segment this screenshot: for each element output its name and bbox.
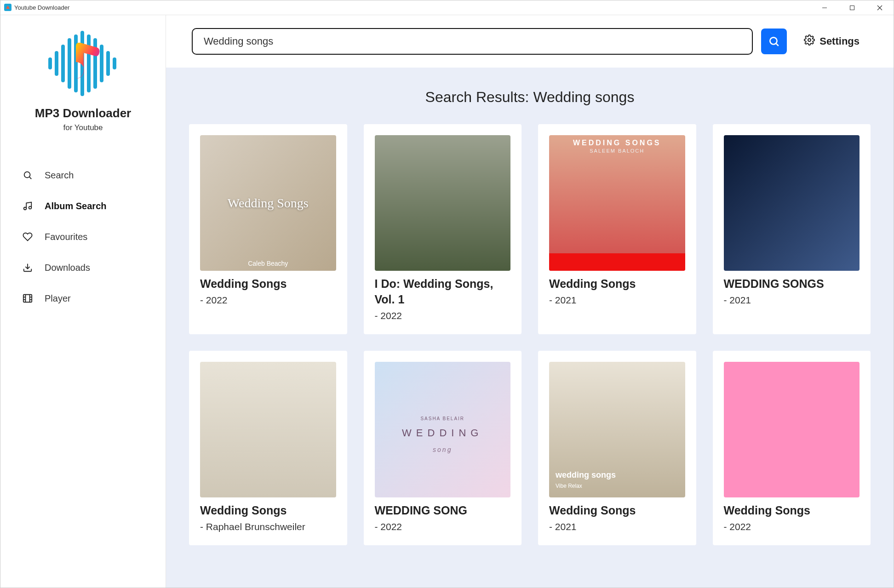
result-thumbnail xyxy=(724,135,860,271)
settings-label: Settings xyxy=(820,35,860,47)
svg-rect-13 xyxy=(100,45,103,82)
result-title: WEDDING SONGS xyxy=(724,276,860,292)
result-card[interactable]: WEDDING SONGS SALEEM BALOCH Wedding Song… xyxy=(538,124,696,334)
thumb-header-text: WEDDING SONGS xyxy=(573,139,661,147)
svg-rect-15 xyxy=(113,57,116,69)
sidebar-item-favourites[interactable]: Favourites xyxy=(0,222,166,252)
sidebar-nav: Search Album Search Favourites xyxy=(0,160,166,314)
svg-point-16 xyxy=(24,172,30,178)
sidebar-item-label: Downloads xyxy=(45,263,90,273)
thumb-ribbon xyxy=(549,253,685,271)
thumb-overlay-text: Wedding Songs xyxy=(228,196,309,211)
window-title: Youtube Downloader xyxy=(14,4,69,11)
minimize-button[interactable] xyxy=(811,0,838,15)
results-area: Search Results: Wedding songs Wedding So… xyxy=(166,68,894,588)
result-thumbnail xyxy=(375,135,511,271)
result-meta: - 2022 xyxy=(724,521,860,532)
svg-rect-14 xyxy=(106,51,110,76)
svg-rect-12 xyxy=(93,38,97,89)
thumb-sub-text: song xyxy=(375,446,511,453)
svg-rect-7 xyxy=(61,45,65,82)
result-meta: - 2022 xyxy=(375,310,511,321)
svg-line-29 xyxy=(776,44,779,46)
svg-point-28 xyxy=(770,37,777,44)
thumb-small-text: SASHA BELAIR xyxy=(375,416,511,421)
svg-rect-11 xyxy=(87,34,91,92)
app-icon xyxy=(4,4,11,11)
result-card[interactable]: I Do: Wedding Songs, Vol. 1 - 2022 xyxy=(364,124,522,334)
thumb-main-text: WEDDING xyxy=(375,427,511,439)
search-input[interactable] xyxy=(192,28,753,55)
topbar: Settings xyxy=(166,15,894,68)
svg-rect-8 xyxy=(68,38,71,89)
sidebar-item-downloads[interactable]: Downloads xyxy=(0,252,166,283)
result-thumbnail: Wedding Songs Caleb Beachy xyxy=(200,135,336,271)
app-subtitle: for Youtube xyxy=(63,123,103,132)
result-thumbnail xyxy=(724,362,860,498)
result-meta: - 2022 xyxy=(375,521,511,532)
result-card[interactable]: WEDDING SONGS - 2021 xyxy=(713,124,871,334)
result-card[interactable]: Wedding Songs Caleb Beachy Wedding Songs… xyxy=(189,124,347,334)
result-title: Wedding Songs xyxy=(200,276,336,292)
app-logo-block: MP3 Downloader for Youtube xyxy=(35,24,131,132)
result-title: Wedding Songs xyxy=(200,503,336,519)
close-button[interactable] xyxy=(866,0,894,15)
results-heading: Search Results: Wedding songs xyxy=(189,89,871,106)
svg-rect-5 xyxy=(48,57,52,69)
thumb-sub-text: Vibe Relax xyxy=(556,483,582,489)
svg-line-17 xyxy=(29,177,31,179)
thumb-title-text: wedding songs xyxy=(556,470,616,480)
film-icon xyxy=(23,293,33,303)
gear-icon xyxy=(804,34,815,48)
app-logo-icon xyxy=(44,24,122,103)
result-meta: - 2021 xyxy=(724,295,860,306)
svg-rect-6 xyxy=(55,51,58,76)
titlebar: Youtube Downloader xyxy=(0,0,894,15)
settings-link[interactable]: Settings xyxy=(796,34,868,48)
download-icon xyxy=(23,263,33,273)
result-meta: - 2021 xyxy=(549,295,685,306)
app-name: MP3 Downloader xyxy=(35,106,131,120)
sidebar-item-label: Album Search xyxy=(45,201,106,211)
sidebar-item-label: Player xyxy=(45,293,71,304)
svg-point-30 xyxy=(808,39,811,41)
result-card[interactable]: SASHA BELAIR WEDDING song WEDDING SONG -… xyxy=(364,351,522,545)
result-meta: - Raphael Brunschweiler xyxy=(200,521,336,532)
svg-point-18 xyxy=(24,207,27,210)
results-grid: Wedding Songs Caleb Beachy Wedding Songs… xyxy=(189,124,871,545)
result-title: WEDDING SONG xyxy=(375,503,511,519)
result-meta: - 2022 xyxy=(200,295,336,306)
result-title: I Do: Wedding Songs, Vol. 1 xyxy=(375,276,511,308)
svg-rect-2 xyxy=(850,6,854,10)
thumb-artist-text: Caleb Beachy xyxy=(248,260,288,267)
sidebar-item-label: Search xyxy=(45,170,74,181)
sidebar-item-search[interactable]: Search xyxy=(0,160,166,191)
main-content: Settings Search Results: Wedding songs W… xyxy=(166,15,894,588)
sidebar: MP3 Downloader for Youtube Search Album … xyxy=(0,15,166,588)
svg-rect-21 xyxy=(23,295,32,303)
search-button[interactable] xyxy=(761,29,787,54)
result-thumbnail: SASHA BELAIR WEDDING song xyxy=(375,362,511,498)
result-card[interactable]: wedding songs Vibe Relax Wedding Songs -… xyxy=(538,351,696,545)
sidebar-item-player[interactable]: Player xyxy=(0,283,166,314)
result-title: Wedding Songs xyxy=(549,276,685,292)
result-card[interactable]: Wedding Songs - 2022 xyxy=(713,351,871,545)
result-thumbnail xyxy=(200,362,336,498)
svg-point-19 xyxy=(29,206,32,209)
result-thumbnail: WEDDING SONGS SALEEM BALOCH xyxy=(549,135,685,271)
thumb-name-text: SALEEM BALOCH xyxy=(590,148,644,154)
result-title: Wedding Songs xyxy=(724,503,860,519)
result-thumbnail: wedding songs Vibe Relax xyxy=(549,362,685,498)
result-meta: - 2021 xyxy=(549,521,685,532)
heart-icon xyxy=(23,232,33,242)
search-icon xyxy=(23,170,33,180)
sidebar-item-album-search[interactable]: Album Search xyxy=(0,191,166,222)
result-card[interactable]: Wedding Songs - Raphael Brunschweiler xyxy=(189,351,347,545)
sidebar-item-label: Favourites xyxy=(45,232,87,242)
music-icon xyxy=(23,201,33,211)
maximize-button[interactable] xyxy=(838,0,866,15)
result-title: Wedding Songs xyxy=(549,503,685,519)
